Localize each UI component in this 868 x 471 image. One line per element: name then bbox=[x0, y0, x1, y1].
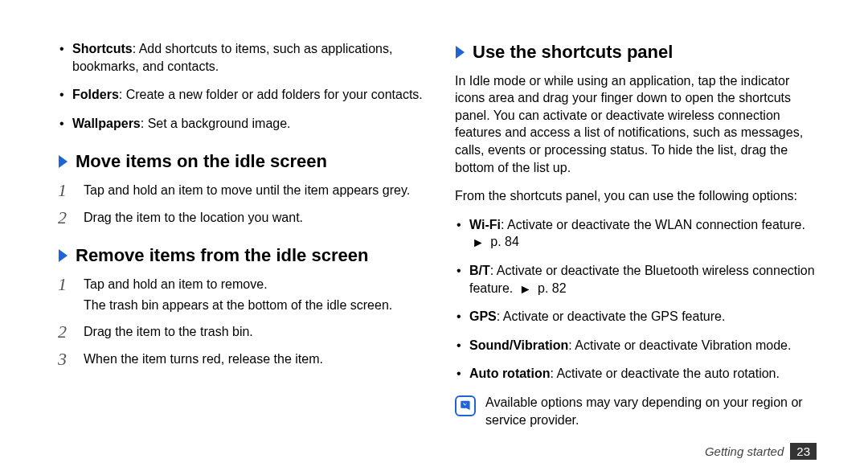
step-number: 1 bbox=[58, 272, 67, 297]
options-lead: From the shortcuts panel, you can use th… bbox=[455, 187, 820, 205]
heading-text: Move items on the idle screen bbox=[76, 149, 327, 174]
step-number: 1 bbox=[58, 178, 67, 203]
shortcut-options-list: Wi-Fi: Activate or deactivate the WLAN c… bbox=[455, 216, 820, 383]
heading-shortcuts-panel: Use the shortcuts panel bbox=[455, 40, 820, 64]
term: Auto rotation bbox=[469, 367, 550, 380]
step-text: Drag the item to the location you want. bbox=[84, 211, 303, 224]
text: : Create a new folder or add folders for… bbox=[119, 88, 423, 101]
page-number: 23 bbox=[790, 443, 817, 460]
add-options-list: Shortcuts: Add shortcuts to items, such … bbox=[58, 40, 423, 132]
note-text: Available options may vary depending on … bbox=[485, 394, 820, 428]
text: : Set a background image. bbox=[141, 117, 291, 130]
triangle-right-icon: ► bbox=[519, 282, 532, 296]
list-item: Wallpapers: Set a background image. bbox=[58, 115, 423, 133]
heading-text: Remove items from the idle screen bbox=[76, 244, 368, 268]
list-item: B/T: Activate or deactivate the Bluetoot… bbox=[455, 262, 820, 297]
term: Folders bbox=[72, 88, 119, 101]
text: : Activate or deactivate the GPS feature… bbox=[497, 309, 726, 323]
page-ref: p. 84 bbox=[490, 235, 519, 248]
list-item: Sound/Vibration: Activate or deactivate … bbox=[455, 337, 820, 354]
footer-section: Getting started bbox=[705, 444, 784, 458]
text: : Activate or deactivate the WLAN connec… bbox=[501, 218, 805, 231]
page-ref: p. 82 bbox=[538, 281, 567, 295]
list-item: GPS: Activate or deactivate the GPS feat… bbox=[455, 308, 820, 326]
chevron-right-icon bbox=[58, 154, 69, 169]
left-column: Shortcuts: Add shortcuts to items, such … bbox=[58, 40, 423, 428]
heading-move-items: Move items on the idle screen bbox=[58, 149, 423, 174]
chevron-right-icon bbox=[455, 45, 466, 59]
step: 3 When the item turns red, release the i… bbox=[58, 350, 423, 368]
step-text: When the item turns red, release the ite… bbox=[84, 352, 323, 366]
text: : Activate or deactivate Vibration mode. bbox=[568, 338, 791, 352]
term: GPS bbox=[469, 309, 497, 323]
note-icon bbox=[455, 395, 476, 416]
heading-text: Use the shortcuts panel bbox=[473, 40, 673, 64]
list-item: Wi-Fi: Activate or deactivate the WLAN c… bbox=[455, 216, 820, 251]
term: Wallpapers bbox=[72, 117, 141, 130]
step-text: Drag the item to the trash bin. bbox=[84, 325, 253, 338]
term: Wi-Fi bbox=[469, 218, 501, 231]
term: Sound/Vibration bbox=[469, 338, 568, 352]
text: : Activate or deactivate the auto rotati… bbox=[550, 367, 780, 380]
term: Shortcuts bbox=[72, 42, 133, 55]
manual-page: Shortcuts: Add shortcuts to items, such … bbox=[0, 0, 868, 453]
step-number: 3 bbox=[58, 347, 67, 371]
note: Available options may vary depending on … bbox=[455, 394, 820, 428]
right-column: Use the shortcuts panel In Idle mode or … bbox=[455, 40, 820, 428]
step-subtext: The trash bin appears at the bottom of t… bbox=[84, 297, 423, 314]
intro-paragraph: In Idle mode or while using an applicati… bbox=[455, 72, 820, 177]
page-footer: Getting started 23 bbox=[705, 443, 817, 460]
step: 1 Tap and hold an item to remove. The tr… bbox=[58, 276, 423, 313]
step-number: 2 bbox=[58, 206, 67, 230]
move-steps: 1 Tap and hold an item to move until the… bbox=[58, 182, 423, 226]
step: 1 Tap and hold an item to move until the… bbox=[58, 182, 423, 199]
list-item: Auto rotation: Activate or deactivate th… bbox=[455, 365, 820, 383]
step-text: Tap and hold an item to move until the i… bbox=[84, 183, 410, 197]
triangle-right-icon: ► bbox=[472, 236, 485, 249]
term: B/T bbox=[469, 264, 490, 277]
step-text: Tap and hold an item to remove. bbox=[84, 277, 268, 291]
step: 2 Drag the item to the location you want… bbox=[58, 209, 423, 227]
step: 2 Drag the item to the trash bin. bbox=[58, 323, 423, 341]
list-item: Shortcuts: Add shortcuts to items, such … bbox=[58, 40, 423, 75]
step-number: 2 bbox=[58, 320, 67, 344]
heading-remove-items: Remove items from the idle screen bbox=[58, 244, 423, 268]
list-item: Folders: Create a new folder or add fold… bbox=[58, 86, 423, 104]
chevron-right-icon bbox=[58, 248, 69, 263]
remove-steps: 1 Tap and hold an item to remove. The tr… bbox=[58, 276, 423, 367]
